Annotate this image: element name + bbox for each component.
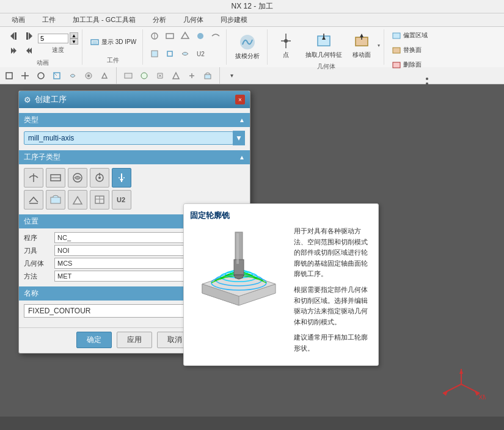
mach-btn-7[interactable]: [163, 47, 177, 60]
title-bar: NX 12 - 加工: [0, 0, 504, 13]
subtype-4[interactable]: [112, 168, 131, 188]
anim-btn-4[interactable]: [22, 44, 35, 57]
dialog-close-btn[interactable]: ×: [235, 95, 245, 104]
ribbon-group-analysis: 拔模分析: [228, 29, 268, 65]
subtype-0[interactable]: [24, 168, 43, 188]
mach-btn-8[interactable]: [178, 47, 192, 60]
toolbar-btn-4[interactable]: [50, 69, 64, 82]
mach-btn-9[interactable]: U2: [194, 47, 207, 60]
toolbar-dropdown[interactable]: ▾: [225, 69, 238, 82]
svg-point-20: [284, 39, 288, 43]
toolbar-btn-8[interactable]: [122, 69, 135, 82]
animation-content: ▲ ▼ 速度: [7, 29, 78, 57]
toolbar-btn-7[interactable]: [98, 69, 111, 82]
tab-geometry[interactable]: 几何体: [175, 13, 211, 27]
toolbar-btn-10[interactable]: [153, 69, 167, 82]
svg-rect-39: [125, 73, 132, 78]
svg-point-30: [426, 78, 428, 80]
anim-btn-1[interactable]: [7, 29, 21, 43]
subtype-9[interactable]: U2: [112, 190, 131, 210]
move-face-btn[interactable]: 移动面: [348, 29, 375, 61]
position-label-1: 刀具: [24, 246, 54, 255]
position-section-label: 位置: [24, 216, 38, 227]
mach-btn-2[interactable]: [163, 29, 177, 43]
subtype-2[interactable]: [68, 168, 87, 188]
subtype-7[interactable]: [68, 190, 87, 210]
svg-rect-27: [393, 33, 400, 38]
toolbar-btn-6[interactable]: [82, 69, 95, 82]
draft-area-icon: [392, 31, 401, 40]
tab-sync-modeling[interactable]: 同步建模: [213, 13, 255, 27]
apply-btn[interactable]: 应用: [117, 332, 152, 348]
toolbar-btn-5[interactable]: [66, 69, 79, 82]
replace-face-label: 替换面: [403, 46, 422, 54]
svg-rect-3: [26, 32, 28, 40]
main-canvas: ⚙ 创建工序 × 类型 ▲ mill_multi-axis ▼ 工序子类型 ▲: [0, 84, 504, 417]
svg-rect-43: [205, 75, 211, 79]
svg-marker-7: [26, 48, 29, 54]
svg-rect-9: [92, 41, 97, 44]
tab-workpiece[interactable]: 工件: [34, 13, 64, 27]
anim-btn-3[interactable]: [7, 44, 21, 57]
geometry-dropdown[interactable]: ▾: [378, 43, 380, 48]
svg-point-36: [38, 73, 44, 79]
mach-btn-1[interactable]: [148, 29, 161, 43]
anim-btn-2[interactable]: [22, 29, 35, 43]
toolbar-btn-3[interactable]: [34, 69, 48, 82]
extract-geometry-icon: [314, 31, 334, 51]
ribbon-tabs: 动画 工件 加工工具 - GC工具箱 分析 几何体 同步建模: [0, 13, 504, 27]
move-face-label: 移动面: [352, 51, 371, 59]
speed-input[interactable]: [38, 34, 68, 43]
tab-machining-tools[interactable]: 加工工具 - GC工具箱: [65, 13, 144, 27]
extract-geometry-btn[interactable]: 抽取几何特征: [302, 29, 346, 61]
sync-content: 偏置区域 替换面 删除面: [389, 29, 440, 71]
name-section-label: 名称: [24, 288, 38, 299]
svg-text:U2: U2: [197, 51, 205, 57]
toolbar-btn-2[interactable]: [18, 69, 32, 82]
draft-area-btn[interactable]: 偏置区域: [389, 29, 430, 42]
speed-down[interactable]: ▼: [70, 38, 78, 45]
replace-face-btn[interactable]: 替换面: [389, 44, 424, 56]
toolbar-btn-12[interactable]: [185, 69, 199, 82]
subtype-6[interactable]: [46, 190, 65, 210]
delete-face-btn[interactable]: 删除面: [389, 59, 424, 71]
speed-up[interactable]: ▲: [70, 32, 78, 38]
type-select-value[interactable]: mill_multi-axis: [24, 131, 233, 145]
svg-rect-29: [393, 62, 400, 68]
type-dropdown-arrow[interactable]: ▼: [233, 131, 245, 145]
position-label-0: 程序: [24, 233, 54, 242]
type-chevron[interactable]: ▲: [239, 117, 245, 123]
tab-analysis[interactable]: 分析: [145, 13, 174, 27]
subtype-5[interactable]: [24, 190, 43, 210]
analysis-label: 拔模分析: [235, 52, 260, 60]
mach-btn-3[interactable]: [178, 29, 192, 43]
subtype-section-label: 工序子类型: [24, 152, 60, 162]
ribbon-group-workpiece: 显示 3D IPW 工件: [84, 29, 143, 65]
mach-btn-4[interactable]: [194, 29, 207, 43]
svg-marker-26: [360, 34, 363, 37]
toolbar-btn-1[interactable]: [2, 69, 16, 82]
point-btn[interactable]: 点: [272, 29, 299, 61]
point-label: 点: [283, 51, 289, 59]
analysis-content: 拔模分析: [232, 29, 263, 64]
confirm-btn[interactable]: 确定: [76, 332, 112, 348]
machining-group-label: [148, 64, 222, 65]
dialog-title-left: ⚙ 创建工序: [24, 94, 67, 105]
replace-face-icon: [392, 45, 401, 55]
subtype-chevron[interactable]: ▲: [239, 154, 245, 161]
type-dropdown: mill_multi-axis ▼: [24, 131, 245, 145]
show-3dipw-btn[interactable]: 显示 3D IPW: [87, 36, 139, 48]
draft-area-label: 偏置区域: [403, 31, 428, 40]
mach-btn-6[interactable]: [148, 47, 161, 60]
subtype-8[interactable]: [90, 190, 109, 210]
subtype-3[interactable]: [90, 168, 109, 188]
analysis-group-label: [232, 64, 263, 65]
mach-btn-5[interactable]: [209, 29, 222, 43]
subtype-1[interactable]: [46, 168, 65, 188]
tab-animation[interactable]: 动画: [4, 13, 33, 27]
toolbar-btn-11[interactable]: [169, 69, 183, 82]
toolbar-btn-13[interactable]: [201, 69, 214, 82]
tooltip-title: 固定轮廓铣: [190, 210, 372, 221]
toolbar-btn-9[interactable]: [137, 69, 151, 82]
analysis-btn[interactable]: 拔模分析: [232, 31, 263, 62]
